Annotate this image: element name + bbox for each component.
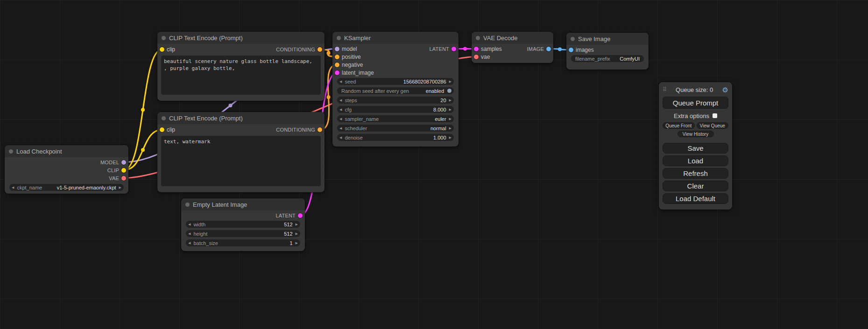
- node-empty-latent-image[interactable]: Empty Latent Image LATENT ◀ width 512 ▶ …: [181, 198, 305, 251]
- output-port-vae[interactable]: [121, 176, 126, 181]
- load-button[interactable]: Load: [663, 155, 728, 166]
- increment-arrow-icon[interactable]: ▶: [119, 184, 121, 191]
- increment-arrow-icon[interactable]: ▶: [449, 134, 452, 141]
- decrement-arrow-icon[interactable]: ◀: [188, 221, 191, 228]
- collapse-dot-icon[interactable]: [185, 203, 190, 207]
- input-port-clip[interactable]: [160, 47, 164, 52]
- widget-label: denoise: [345, 135, 433, 140]
- collapse-dot-icon[interactable]: [9, 149, 13, 154]
- view-history-button[interactable]: View History: [677, 131, 714, 137]
- input-port-positive[interactable]: [335, 55, 339, 59]
- node-title-label: VAE Decode: [483, 35, 517, 42]
- output-port-conditioning[interactable]: [318, 47, 322, 52]
- widget-seed[interactable]: ◀ seed 156680208700286 ▶: [337, 78, 454, 85]
- increment-arrow-icon[interactable]: ▶: [449, 115, 452, 122]
- output-port-model[interactable]: [121, 160, 126, 165]
- node-header[interactable]: VAE Decode: [472, 32, 553, 44]
- decrement-arrow-icon[interactable]: ◀: [339, 97, 342, 104]
- node-save-image[interactable]: Save Image images filename_prefix ComfyU…: [566, 33, 649, 70]
- widget-value: 512: [284, 231, 292, 237]
- input-port-model[interactable]: [335, 47, 339, 51]
- output-port-clip[interactable]: [121, 168, 126, 173]
- output-port-conditioning[interactable]: [318, 127, 322, 132]
- increment-arrow-icon[interactable]: ▶: [449, 78, 452, 85]
- node-clip-text-encode-positive[interactable]: CLIP Text Encode (Prompt) clip CONDITION…: [157, 32, 325, 101]
- output-port-latent[interactable]: [452, 47, 456, 51]
- queue-front-button[interactable]: Queue Front: [663, 122, 695, 129]
- prompt-text-input[interactable]: beautiful scenery nature glass bottle la…: [161, 56, 321, 95]
- input-port-latent-image[interactable]: [335, 70, 339, 75]
- load-default-button[interactable]: Load Default: [663, 193, 728, 204]
- widget-denoise[interactable]: ◀ denoise 1.000 ▶: [337, 134, 454, 141]
- increment-arrow-icon[interactable]: ▶: [449, 97, 452, 104]
- decrement-arrow-icon[interactable]: ◀: [339, 78, 342, 85]
- widget-ckpt-name[interactable]: ◀ ckpt_name v1-5-pruned-emaonly.ckpt ▶: [9, 184, 124, 191]
- widget-value: enabled: [426, 88, 444, 94]
- widget-label: filename_prefix: [575, 56, 620, 62]
- queue-prompt-button[interactable]: Queue Prompt: [663, 97, 728, 109]
- node-header[interactable]: Load Checkpoint: [5, 145, 128, 157]
- output-label-latent: LATENT: [429, 46, 449, 52]
- node-header[interactable]: CLIP Text Encode (Prompt): [157, 112, 325, 124]
- widget-scheduler[interactable]: ◀ scheduler normal ▶: [337, 125, 454, 132]
- input-port-vae[interactable]: [474, 55, 479, 59]
- prompt-text-input[interactable]: text, watermark: [161, 136, 321, 186]
- collapse-dot-icon[interactable]: [162, 116, 166, 120]
- increment-arrow-icon[interactable]: ▶: [449, 106, 452, 113]
- widget-width[interactable]: ◀ width 512 ▶: [186, 221, 300, 228]
- settings-gear-icon[interactable]: ⚙: [722, 86, 728, 93]
- collapse-dot-icon[interactable]: [571, 37, 575, 41]
- widget-batch-size[interactable]: ◀ batch_size 1 ▶: [186, 239, 300, 246]
- node-header[interactable]: Empty Latent Image: [181, 198, 305, 210]
- node-canvas[interactable]: Load Checkpoint MODEL CLIP VAE: [0, 0, 868, 329]
- widget-label: Random seed after every gen: [341, 88, 426, 94]
- input-port-clip[interactable]: [160, 127, 164, 132]
- node-header[interactable]: CLIP Text Encode (Prompt): [157, 32, 325, 44]
- widget-value: 512: [284, 222, 292, 227]
- output-label-model: MODEL: [100, 160, 119, 165]
- decrement-arrow-icon[interactable]: ◀: [339, 115, 342, 122]
- refresh-button[interactable]: Refresh: [663, 168, 728, 179]
- widget-random-seed-toggle[interactable]: Random seed after every gen enabled: [337, 87, 454, 94]
- drag-handle-icon[interactable]: ⠿: [663, 86, 667, 93]
- node-ksampler[interactable]: KSampler model LATENT positive: [332, 32, 459, 147]
- widget-steps[interactable]: ◀ steps 20 ▶: [337, 97, 454, 104]
- widget-label: cfg: [345, 107, 433, 112]
- extra-options-checkbox[interactable]: [713, 113, 717, 118]
- node-header[interactable]: KSampler: [332, 32, 459, 44]
- widget-label: batch_size: [193, 240, 289, 246]
- increment-arrow-icon[interactable]: ▶: [296, 239, 298, 246]
- collapse-dot-icon[interactable]: [337, 36, 341, 40]
- increment-arrow-icon[interactable]: ▶: [296, 230, 298, 237]
- input-port-images[interactable]: [569, 48, 573, 52]
- decrement-arrow-icon[interactable]: ◀: [339, 134, 342, 141]
- increment-arrow-icon[interactable]: ▶: [296, 221, 298, 228]
- decrement-arrow-icon[interactable]: ◀: [339, 125, 342, 132]
- collapse-dot-icon[interactable]: [476, 36, 480, 40]
- collapse-dot-icon[interactable]: [162, 36, 166, 40]
- save-button[interactable]: Save: [663, 143, 728, 154]
- decrement-arrow-icon[interactable]: ◀: [339, 106, 342, 113]
- output-label-latent: LATENT: [275, 213, 296, 218]
- output-port-image[interactable]: [546, 47, 551, 51]
- view-queue-button[interactable]: View Queue: [697, 122, 729, 129]
- input-port-negative[interactable]: [335, 63, 339, 67]
- input-port-samples[interactable]: [474, 47, 479, 51]
- widget-filename-prefix[interactable]: filename_prefix ComfyUI: [571, 55, 644, 62]
- increment-arrow-icon[interactable]: ▶: [449, 125, 452, 132]
- widget-value: normal: [430, 126, 446, 131]
- decrement-arrow-icon[interactable]: ◀: [12, 184, 14, 191]
- output-port-latent[interactable]: [298, 213, 303, 218]
- node-header[interactable]: Save Image: [566, 33, 649, 45]
- clear-button[interactable]: Clear: [663, 181, 728, 191]
- decrement-arrow-icon[interactable]: ◀: [188, 230, 191, 237]
- widget-cfg[interactable]: ◀ cfg 8.000 ▶: [337, 106, 454, 113]
- decrement-arrow-icon[interactable]: ◀: [188, 239, 191, 246]
- widget-height[interactable]: ◀ height 512 ▶: [186, 230, 300, 237]
- output-label-vae: VAE: [109, 175, 119, 181]
- node-clip-text-encode-negative[interactable]: CLIP Text Encode (Prompt) clip CONDITION…: [157, 112, 325, 192]
- node-vae-decode[interactable]: VAE Decode samples IMAGE vae: [472, 32, 553, 63]
- widget-sampler-name[interactable]: ◀ sampler_name euler ▶: [337, 115, 454, 122]
- toggle-knob-icon[interactable]: [447, 89, 452, 93]
- node-load-checkpoint[interactable]: Load Checkpoint MODEL CLIP VAE: [5, 145, 128, 194]
